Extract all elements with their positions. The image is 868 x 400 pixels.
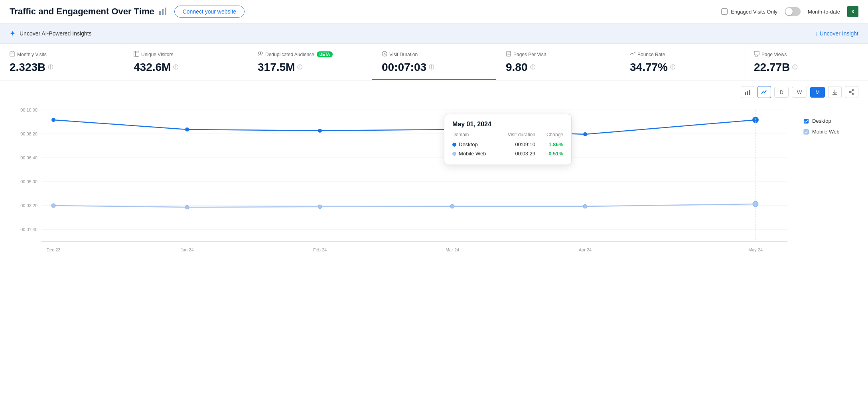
day-period-button[interactable]: D [774, 87, 788, 98]
metric-page-views[interactable]: Page Views 22.77B ⓘ [744, 44, 868, 80]
month-period-button[interactable]: M [810, 87, 825, 98]
desktop-dot-indicator [452, 143, 456, 147]
period-label: Month-to-date [808, 9, 840, 15]
svg-text:Apr 24: Apr 24 [579, 247, 592, 252]
bounce-rate-label: Bounce Rate [637, 52, 665, 57]
page-views-info[interactable]: ⓘ [792, 64, 797, 71]
svg-text:May 24: May 24 [748, 247, 763, 252]
svg-rect-65 [804, 129, 809, 134]
tooltip-row-desktop: Desktop 00:09:10 ↑ 1.86% [452, 140, 563, 149]
legend-mobile-label: Mobile Web [812, 129, 839, 135]
metric-visit-duration[interactable]: Visit Duration 00:07:03 ⓘ [372, 44, 496, 80]
pages-per-visit-value: 9.80 [506, 61, 528, 74]
tooltip-header: Domain Visit duration Change [452, 132, 563, 137]
visit-duration-label: Visit Duration [389, 52, 418, 57]
line-chart-button[interactable] [758, 86, 771, 98]
bar-chart-button[interactable] [741, 86, 754, 98]
svg-point-27 [852, 89, 854, 91]
chart-tooltip: May 01, 2024 Domain Visit duration Chang… [444, 114, 572, 165]
tooltip-mobile-change: ↑ 0.51% [535, 151, 563, 157]
chart-section: D W M May 01, 2024 Domain Visit duration… [0, 80, 868, 268]
metric-monthly-visits[interactable]: Monthly Visits 2.323B ⓘ [0, 44, 124, 80]
svg-text:00:03:20: 00:03:20 [20, 203, 37, 208]
svg-line-14 [385, 54, 386, 55]
metric-unique-visitors[interactable]: Unique Visitors 432.6M ⓘ [124, 44, 248, 80]
unique-visitors-label: Unique Visitors [141, 52, 173, 57]
chart-svg: 00:10:00 00:08:20 00:06:40 00:05:00 00:0… [10, 102, 799, 261]
tooltip-desktop-label: Desktop [459, 141, 491, 147]
excel-export-button[interactable]: X [847, 6, 858, 17]
svg-rect-2 [165, 8, 166, 15]
tooltip-mobile-label: Mobile Web [459, 151, 491, 157]
engaged-visits-checkbox[interactable] [721, 8, 728, 15]
unique-visitors-value: 432.6M [134, 61, 171, 74]
chart-controls: D W M [10, 86, 858, 98]
svg-point-59 [318, 205, 322, 209]
svg-text:Dec 23: Dec 23 [47, 247, 61, 252]
visit-duration-icon [382, 51, 387, 58]
svg-rect-7 [134, 51, 139, 57]
svg-point-51 [51, 118, 55, 122]
svg-point-58 [185, 205, 189, 209]
metric-pages-per-visit[interactable]: Pages Per Visit 9.80 ⓘ [496, 44, 620, 80]
tooltip-desktop-duration: 00:09:10 [491, 141, 535, 147]
uncover-insight-link[interactable]: ↓ Uncover Insight [815, 30, 858, 37]
page-title: Traffic and Engagement Over Time [10, 6, 154, 17]
svg-point-60 [450, 204, 454, 208]
mobile-dot-indicator [452, 152, 456, 156]
tooltip-desktop-change: ↑ 1.86% [535, 141, 563, 147]
svg-rect-18 [754, 51, 759, 55]
tooltip-date: May 01, 2024 [452, 121, 563, 128]
svg-point-11 [260, 52, 262, 54]
ai-sparkle-icon: ✦ [10, 29, 16, 38]
connect-website-button[interactable]: Connect your website [174, 6, 245, 18]
bounce-rate-info[interactable]: ⓘ [670, 64, 675, 71]
download-button[interactable] [828, 86, 842, 98]
monthly-visits-info[interactable]: ⓘ [48, 64, 53, 71]
svg-point-29 [849, 91, 851, 93]
svg-text:00:08:20: 00:08:20 [20, 131, 37, 136]
pages-per-visit-info[interactable]: ⓘ [530, 64, 535, 71]
svg-line-30 [851, 90, 852, 92]
chart-area: May 01, 2024 Domain Visit duration Chang… [10, 102, 858, 263]
share-button[interactable] [845, 86, 858, 98]
svg-rect-3 [10, 52, 15, 56]
dedup-audience-value: 317.5M [258, 61, 295, 74]
week-period-button[interactable]: W [792, 87, 807, 98]
metric-bounce-rate[interactable]: Bounce Rate 34.77% ⓘ [620, 44, 744, 80]
visit-duration-info[interactable]: ⓘ [429, 64, 434, 71]
tooltip-mobile-duration: 00:03:29 [491, 151, 535, 157]
unique-visitors-info[interactable]: ⓘ [173, 64, 178, 71]
legend-desktop-label: Desktop [812, 118, 831, 124]
engaged-visits-option: Engaged Visits Only [721, 8, 777, 15]
ai-banner-text: Uncover AI-Powered Insights [20, 30, 92, 37]
svg-point-55 [583, 132, 587, 136]
legend-desktop[interactable]: Desktop [803, 118, 858, 124]
dedup-audience-label: Deduplicated Audience [265, 52, 314, 57]
legend-mobile[interactable]: Mobile Web [803, 129, 858, 135]
tooltip-row-mobile: Mobile Web 00:03:29 ↑ 0.51% [452, 149, 563, 158]
beta-badge: BETA [317, 51, 333, 57]
ai-banner: ✦ Uncover AI-Powered Insights ↓ Uncover … [0, 24, 868, 44]
svg-text:00:06:40: 00:06:40 [20, 155, 37, 160]
bounce-rate-value: 34.77% [630, 61, 668, 74]
svg-rect-22 [745, 92, 746, 95]
metric-dedup-audience[interactable]: Deduplicated Audience BETA 317.5M ⓘ [248, 44, 372, 80]
dedup-audience-info[interactable]: ⓘ [297, 64, 302, 71]
tooltip-header-change: Change [535, 132, 563, 137]
svg-rect-24 [749, 90, 750, 95]
page-views-label: Page Views [761, 52, 787, 57]
tooltip-header-duration: Visit duration [491, 132, 535, 137]
svg-rect-0 [159, 11, 161, 15]
chart-svg-container[interactable]: May 01, 2024 Domain Visit duration Chang… [10, 102, 799, 263]
svg-text:00:05:00: 00:05:00 [20, 179, 37, 184]
svg-rect-15 [507, 51, 511, 56]
engaged-visits-label: Engaged Visits Only [731, 9, 777, 15]
svg-rect-1 [162, 9, 164, 15]
period-toggle[interactable] [785, 7, 801, 16]
svg-text:00:01:40: 00:01:40 [20, 227, 37, 232]
svg-point-61 [583, 204, 587, 208]
svg-text:Mar 24: Mar 24 [446, 247, 459, 252]
bounce-rate-icon [630, 51, 635, 58]
chart-legend: Desktop Mobile Web [799, 102, 858, 263]
